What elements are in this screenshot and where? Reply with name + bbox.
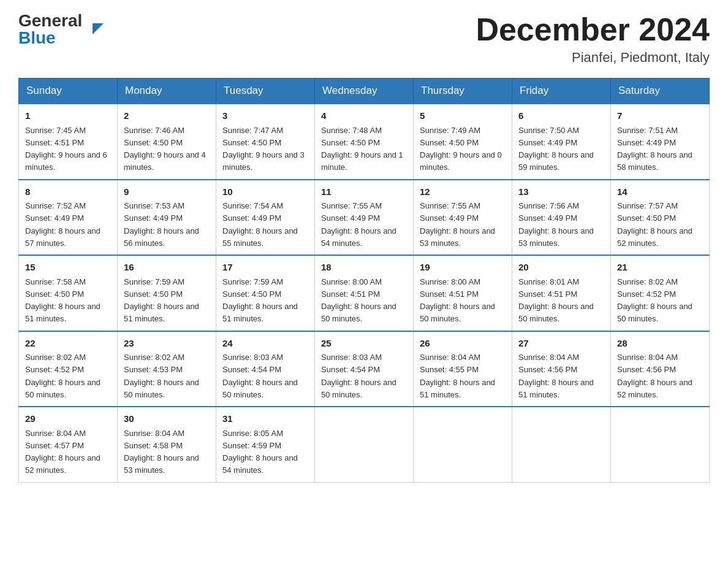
day-info: Sunrise: 7:51 AMSunset: 4:49 PMDaylight:… — [617, 126, 692, 172]
day-number: 13 — [518, 185, 604, 199]
day-number: 26 — [420, 337, 506, 351]
day-number: 15 — [25, 261, 111, 275]
calendar-cell: 19 Sunrise: 8:00 AMSunset: 4:51 PMDaylig… — [414, 255, 512, 331]
day-info: Sunrise: 8:05 AMSunset: 4:59 PMDaylight:… — [222, 429, 298, 475]
calendar-cell: 8 Sunrise: 7:52 AMSunset: 4:49 PMDayligh… — [19, 180, 118, 256]
svg-marker-0 — [93, 23, 104, 34]
day-info: Sunrise: 8:02 AMSunset: 4:52 PMDaylight:… — [25, 353, 100, 399]
day-info: Sunrise: 8:04 AMSunset: 4:55 PMDaylight:… — [420, 353, 495, 399]
calendar-cell: 11 Sunrise: 7:55 AMSunset: 4:49 PMDaylig… — [315, 180, 414, 256]
calendar-cell: 1 Sunrise: 7:45 AMSunset: 4:51 PMDayligh… — [19, 104, 118, 180]
day-info: Sunrise: 7:56 AMSunset: 4:49 PMDaylight:… — [518, 201, 594, 248]
day-info: Sunrise: 7:57 AMSunset: 4:50 PMDaylight:… — [617, 201, 692, 248]
day-info: Sunrise: 8:02 AMSunset: 4:52 PMDaylight:… — [617, 277, 692, 324]
day-info: Sunrise: 7:49 AMSunset: 4:50 PMDaylight:… — [420, 126, 502, 172]
calendar-cell: 28 Sunrise: 8:04 AMSunset: 4:56 PMDaylig… — [611, 331, 710, 407]
calendar-cell — [414, 407, 512, 482]
day-info: Sunrise: 7:46 AMSunset: 4:50 PMDaylight:… — [124, 126, 206, 172]
day-number: 2 — [124, 109, 210, 123]
calendar-cell: 5 Sunrise: 7:49 AMSunset: 4:50 PMDayligh… — [414, 104, 512, 180]
day-info: Sunrise: 7:59 AMSunset: 4:50 PMDaylight:… — [222, 277, 298, 324]
header-row: Sunday Monday Tuesday Wednesday Thursday… — [19, 79, 710, 104]
calendar-cell: 3 Sunrise: 7:47 AMSunset: 4:50 PMDayligh… — [216, 104, 315, 180]
day-info: Sunrise: 7:53 AMSunset: 4:49 PMDaylight:… — [124, 201, 199, 248]
week-row-1: 1 Sunrise: 7:45 AMSunset: 4:51 PMDayligh… — [19, 104, 710, 180]
page-header: General Blue December 2024 Pianfei, Pied… — [18, 12, 710, 66]
month-title: December 2024 — [476, 12, 710, 47]
day-number: 3 — [222, 109, 308, 123]
day-number: 29 — [25, 412, 111, 426]
calendar-cell: 6 Sunrise: 7:50 AMSunset: 4:49 PMDayligh… — [512, 104, 611, 180]
day-info: Sunrise: 7:50 AMSunset: 4:49 PMDaylight:… — [518, 126, 594, 172]
day-number: 25 — [321, 337, 407, 351]
calendar-cell: 9 Sunrise: 7:53 AMSunset: 4:49 PMDayligh… — [118, 180, 216, 256]
header-monday: Monday — [118, 79, 216, 104]
day-info: Sunrise: 8:03 AMSunset: 4:54 PMDaylight:… — [222, 353, 298, 399]
calendar-cell: 13 Sunrise: 7:56 AMSunset: 4:49 PMDaylig… — [512, 180, 611, 256]
calendar-cell: 29 Sunrise: 8:04 AMSunset: 4:57 PMDaylig… — [19, 407, 118, 482]
day-info: Sunrise: 7:55 AMSunset: 4:49 PMDaylight:… — [321, 201, 396, 248]
week-row-4: 22 Sunrise: 8:02 AMSunset: 4:52 PMDaylig… — [19, 331, 710, 407]
calendar-cell: 4 Sunrise: 7:48 AMSunset: 4:50 PMDayligh… — [315, 104, 414, 180]
day-number: 20 — [518, 261, 604, 275]
day-number: 17 — [222, 261, 308, 275]
header-tuesday: Tuesday — [216, 79, 315, 104]
day-info: Sunrise: 7:47 AMSunset: 4:50 PMDaylight:… — [222, 126, 305, 172]
day-number: 23 — [124, 337, 210, 351]
location-text: Pianfei, Piedmont, Italy — [476, 50, 710, 66]
day-number: 7 — [617, 109, 703, 123]
day-number: 6 — [518, 109, 604, 123]
day-number: 11 — [321, 185, 407, 199]
logo-blue-text: Blue — [18, 29, 56, 47]
week-row-3: 15 Sunrise: 7:58 AMSunset: 4:50 PMDaylig… — [19, 255, 710, 331]
calendar-cell: 16 Sunrise: 7:59 AMSunset: 4:50 PMDaylig… — [118, 255, 216, 331]
day-number: 14 — [617, 185, 703, 199]
day-number: 30 — [124, 412, 210, 426]
calendar-cell: 25 Sunrise: 8:03 AMSunset: 4:54 PMDaylig… — [315, 331, 414, 407]
day-number: 19 — [420, 261, 506, 275]
day-info: Sunrise: 7:58 AMSunset: 4:50 PMDaylight:… — [25, 277, 100, 324]
day-number: 31 — [222, 412, 308, 426]
calendar-cell: 27 Sunrise: 8:04 AMSunset: 4:56 PMDaylig… — [512, 331, 611, 407]
day-info: Sunrise: 7:59 AMSunset: 4:50 PMDaylight:… — [124, 277, 199, 324]
calendar-cell: 10 Sunrise: 7:54 AMSunset: 4:49 PMDaylig… — [216, 180, 315, 256]
calendar-cell: 20 Sunrise: 8:01 AMSunset: 4:51 PMDaylig… — [512, 255, 611, 331]
day-number: 16 — [124, 261, 210, 275]
calendar-cell: 26 Sunrise: 8:04 AMSunset: 4:55 PMDaylig… — [414, 331, 512, 407]
calendar-cell: 23 Sunrise: 8:02 AMSunset: 4:53 PMDaylig… — [118, 331, 216, 407]
day-number: 10 — [222, 185, 308, 199]
calendar-cell: 18 Sunrise: 8:00 AMSunset: 4:51 PMDaylig… — [315, 255, 414, 331]
calendar-cell: 24 Sunrise: 8:03 AMSunset: 4:54 PMDaylig… — [216, 331, 315, 407]
week-row-5: 29 Sunrise: 8:04 AMSunset: 4:57 PMDaylig… — [19, 407, 710, 482]
calendar-cell: 17 Sunrise: 7:59 AMSunset: 4:50 PMDaylig… — [216, 255, 315, 331]
day-info: Sunrise: 8:04 AMSunset: 4:58 PMDaylight:… — [124, 429, 199, 475]
calendar-cell — [512, 407, 611, 482]
day-info: Sunrise: 8:00 AMSunset: 4:51 PMDaylight:… — [420, 277, 495, 324]
day-info: Sunrise: 7:45 AMSunset: 4:51 PMDaylight:… — [25, 126, 107, 172]
day-number: 9 — [124, 185, 210, 199]
calendar-table: Sunday Monday Tuesday Wednesday Thursday… — [18, 78, 710, 483]
calendar-cell: 30 Sunrise: 8:04 AMSunset: 4:58 PMDaylig… — [118, 407, 216, 482]
day-info: Sunrise: 7:55 AMSunset: 4:49 PMDaylight:… — [420, 201, 495, 248]
calendar-cell — [315, 407, 414, 482]
calendar-body: 1 Sunrise: 7:45 AMSunset: 4:51 PMDayligh… — [19, 104, 710, 482]
calendar-cell: 22 Sunrise: 8:02 AMSunset: 4:52 PMDaylig… — [19, 331, 118, 407]
header-thursday: Thursday — [414, 79, 512, 104]
day-number: 18 — [321, 261, 407, 275]
day-info: Sunrise: 8:04 AMSunset: 4:57 PMDaylight:… — [25, 429, 100, 475]
day-number: 5 — [420, 109, 506, 123]
header-sunday: Sunday — [19, 79, 118, 104]
day-number: 12 — [420, 185, 506, 199]
day-number: 22 — [25, 337, 111, 351]
calendar-cell: 14 Sunrise: 7:57 AMSunset: 4:50 PMDaylig… — [611, 180, 710, 256]
day-number: 24 — [222, 337, 308, 351]
calendar-header: Sunday Monday Tuesday Wednesday Thursday… — [19, 79, 710, 104]
calendar-cell: 2 Sunrise: 7:46 AMSunset: 4:50 PMDayligh… — [118, 104, 216, 180]
day-number: 21 — [617, 261, 703, 275]
header-saturday: Saturday — [611, 79, 710, 104]
day-info: Sunrise: 8:02 AMSunset: 4:53 PMDaylight:… — [124, 353, 199, 399]
title-section: December 2024 Pianfei, Piedmont, Italy — [476, 12, 710, 66]
day-number: 8 — [25, 185, 111, 199]
day-number: 27 — [518, 337, 604, 351]
calendar-cell: 31 Sunrise: 8:05 AMSunset: 4:59 PMDaylig… — [216, 407, 315, 482]
